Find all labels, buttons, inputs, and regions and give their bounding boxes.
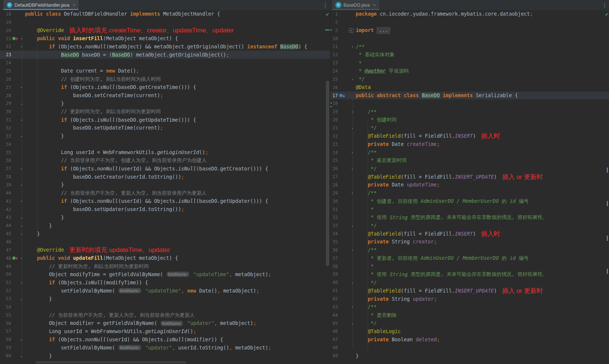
tab-close-icon[interactable]: × [73, 3, 75, 8]
code-line[interactable]: 45▴ } [0, 230, 330, 238]
code-line[interactable]: 31▾ if (Objects.isNull(baseDO.getUpdateT… [0, 116, 330, 124]
line-number[interactable]: 26 [0, 77, 11, 82]
fold-marker[interactable]: ▴ [347, 281, 356, 285]
code-line[interactable]: 19▾ /** [330, 108, 609, 116]
line-number[interactable]: 57 [0, 329, 11, 334]
line-number[interactable]: 38 [0, 174, 11, 179]
line-number[interactable]: 52 [0, 288, 11, 293]
overriding-method-gutter-icon[interactable]: ↑ [11, 256, 19, 261]
fold-marker[interactable]: ▴ [347, 126, 356, 130]
code-line[interactable]: 18public class DefaultDBFieldHandler imp… [0, 10, 330, 18]
line-number[interactable]: 48 [0, 256, 11, 261]
code-editor-left[interactable]: 18public class DefaultDBFieldHandler imp… [0, 10, 330, 364]
line-number[interactable]: 41 [0, 199, 11, 204]
line-number[interactable]: 46 [0, 239, 11, 245]
line-number[interactable]: 44 [332, 313, 338, 318]
line-number[interactable]: 37 [332, 256, 338, 261]
code-line[interactable]: 47 private Boolean deleted; [330, 335, 609, 344]
line-number[interactable]: 21 [0, 36, 11, 41]
line-number[interactable]: 37 [0, 166, 11, 171]
code-line[interactable]: 39▴ } [0, 181, 330, 189]
code-line[interactable]: 24 [0, 59, 330, 67]
code-editor-right[interactable]: 1package cn.iocoder.yudao.framework.myba… [330, 10, 609, 364]
line-number[interactable]: 28 [0, 93, 11, 98]
line-number[interactable]: 15 [332, 77, 338, 82]
code-line[interactable]: 23 private Date createTime; [330, 140, 609, 149]
code-line[interactable]: 47 @Override更新时的填充 updateTime、updater [0, 246, 330, 254]
code-line[interactable]: 56 Object modifier = getFieldValByName( … [0, 319, 330, 328]
line-number[interactable]: 23 [0, 52, 11, 57]
tab-options-kebab-icon[interactable]: ⋮ [602, 2, 608, 8]
fold-marker[interactable]: ▾ [347, 191, 356, 195]
fold-marker[interactable]: ▾ [347, 305, 356, 309]
line-number[interactable]: 33 [0, 134, 11, 139]
code-line[interactable]: 3+import ... [330, 26, 609, 35]
line-number[interactable]: 36 [0, 158, 11, 163]
line-number[interactable]: 16 [332, 85, 338, 90]
code-line[interactable]: 12 * 基础实体对象 [330, 51, 609, 59]
line-number[interactable]: 19 [332, 109, 338, 114]
code-line[interactable]: 30 * 创建者, 目前使用 AdminUserDO / MemberUserD… [330, 197, 609, 205]
line-number[interactable]: 47 [0, 248, 11, 253]
code-line[interactable]: 32 baseDO.setUpdateTime(current); [0, 124, 330, 132]
horizontal-scrollbar-thumb[interactable] [35, 361, 186, 363]
line-number[interactable]: 49 [332, 353, 338, 358]
code-line[interactable]: 20 @Override插入时的填充 createTime、creator、up… [0, 26, 330, 35]
line-number[interactable]: 36 [332, 248, 338, 253]
code-line[interactable]: 27 @TableField(fill = FieldFill.INSERT_U… [330, 173, 609, 181]
implemented-method-gutter-icon[interactable]: ↓ [338, 93, 347, 98]
expand-fold-icon[interactable]: + [349, 28, 353, 33]
line-number[interactable]: 54 [0, 304, 11, 310]
code-line[interactable]: 20 * 创建时间 [330, 116, 609, 124]
fold-marker[interactable]: ▾ [347, 150, 356, 154]
code-line[interactable]: 41 @TableField(fill = FieldFill.INSERT_U… [330, 287, 609, 295]
line-number[interactable]: 46 [332, 329, 338, 334]
code-line[interactable]: 28 private Date updateTime; [330, 181, 609, 189]
line-number[interactable]: 29 [0, 101, 11, 106]
code-line[interactable]: 46 @TableLogic [330, 328, 609, 336]
line-number[interactable]: 12 [332, 52, 338, 57]
code-line[interactable]: 32 * 使用 String 类型的原因是, 未来可能会存在非数值的情况, 留好… [330, 213, 609, 221]
fold-marker[interactable]: ▾ [347, 248, 356, 252]
line-number[interactable]: 17 [332, 93, 338, 98]
code-line[interactable]: 39 * 使用 String 类型的原因是, 未来可能会存在非数值的情况, 留好… [330, 271, 609, 279]
tab-defaultdbfieldhandler[interactable]: C DefaultDBFieldHandler.java × [3, 0, 79, 10]
inspections-ok-check-icon[interactable]: ✔ [605, 12, 609, 17]
line-number[interactable]: 20 [0, 28, 11, 33]
tab-close-icon[interactable]: × [373, 3, 376, 8]
line-number[interactable]: 42 [332, 296, 338, 301]
code-line[interactable]: 41▾ if (Objects.nonNull(userId) && Objec… [0, 197, 330, 205]
code-line[interactable]: 31 * [330, 205, 609, 214]
code-line[interactable]: 25 Date current = new Date(); [0, 67, 330, 75]
line-number[interactable]: 25 [332, 158, 338, 163]
code-line[interactable]: 21↑▾ public void insertFill(MetaObject m… [0, 35, 330, 43]
fold-marker[interactable]: + [347, 28, 356, 33]
code-line[interactable]: 33▴ */ [330, 221, 609, 230]
tab-options-kebab-icon[interactable]: ⋮ [323, 2, 328, 8]
code-line[interactable]: 35 Long userId = WebFrameworkUtils.getLo… [0, 149, 330, 157]
code-line[interactable]: 55 // 当前登录用户不为空, 更新人为空, 则当前登录用户为更新人 [0, 311, 330, 319]
code-line[interactable]: 36 // 当前登录用户不为空, 创建人为空, 则当前登录用户为创建人 [0, 156, 330, 165]
code-line[interactable]: 57 Long userId = WebFrameworkUtils.getLo… [0, 328, 330, 336]
code-line[interactable]: 43▾ /** [330, 303, 609, 311]
code-line[interactable]: 23 BaseDO baseDO = (BaseDO) metaObject.g… [0, 51, 330, 59]
code-line[interactable]: 17↓public abstract class BaseDO implemen… [330, 92, 609, 100]
code-line[interactable]: 22 @TableField(fill = FieldFill.INSERT)插… [330, 132, 609, 140]
line-number[interactable]: 13 [332, 60, 338, 66]
code-line[interactable]: 42 private String updater; [330, 295, 609, 303]
line-number[interactable]: 35 [0, 150, 11, 155]
code-line[interactable]: 53▴ } [0, 295, 330, 303]
code-line[interactable]: 24▾ /** [330, 149, 609, 157]
code-line[interactable]: 28 baseDO.setCreateTime(current); [0, 92, 330, 100]
code-line[interactable]: 40 // 当前登录用户不为空, 更新人为空, 则当前登录用户为更新人 [0, 189, 330, 197]
line-number[interactable]: 58 [0, 337, 11, 342]
overriding-method-gutter-icon[interactable]: ↑ [11, 36, 19, 41]
line-number[interactable]: 40 [332, 280, 338, 285]
code-line[interactable]: 48 [330, 344, 609, 352]
code-line[interactable]: 18 [330, 99, 609, 108]
code-line[interactable]: 38 baseDO.setCreator(userId.toString()); [0, 173, 330, 181]
code-line[interactable]: 22▾ if (Objects.nonNull(metaObject) && m… [0, 42, 330, 51]
code-line[interactable]: 15▴ */ [330, 75, 609, 83]
line-number[interactable]: 26 [332, 166, 338, 171]
line-number[interactable]: 50 [0, 272, 11, 277]
